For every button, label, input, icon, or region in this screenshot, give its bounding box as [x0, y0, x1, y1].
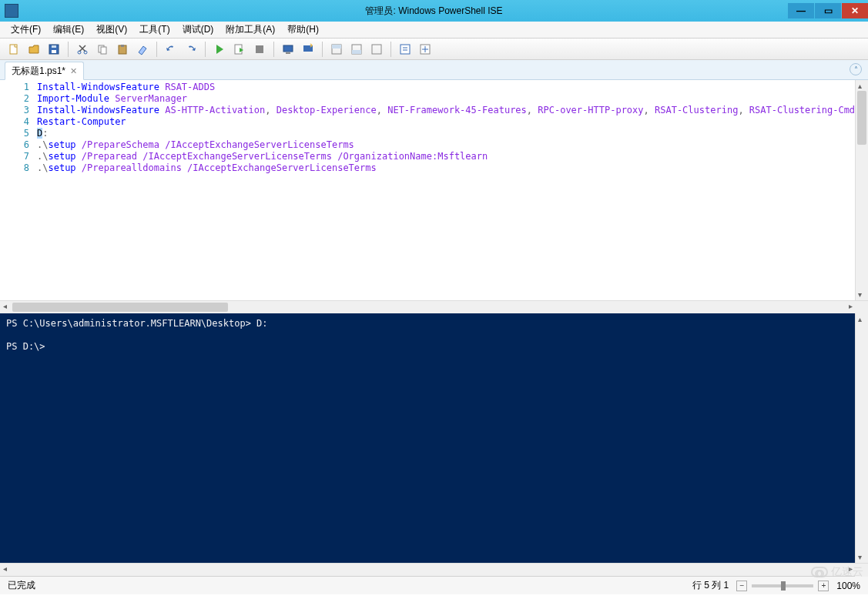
- new-remote-button[interactable]: [299, 41, 317, 58]
- window-title: 管理员: Windows PowerShell ISE: [365, 5, 502, 18]
- menu-addons[interactable]: 附加工具(A): [220, 22, 281, 38]
- run-selection-button[interactable]: [230, 41, 249, 58]
- tab-strip: 无标题1.ps1* ✕ ˄: [0, 60, 868, 80]
- console-output[interactable]: PS C:\Users\administrator.MSFTLEARN\Desk…: [0, 313, 855, 563]
- line-number-gutter: 12345678: [0, 80, 37, 300]
- paste-button[interactable]: [113, 41, 132, 58]
- copy-button[interactable]: [93, 41, 112, 58]
- toolbar: [0, 38, 868, 60]
- layout-2-button[interactable]: [347, 41, 366, 58]
- menu-debug[interactable]: 调试(D): [176, 22, 220, 38]
- zoom-in-button[interactable]: +: [818, 581, 829, 591]
- editor-vertical-scrollbar[interactable]: [855, 80, 868, 300]
- undo-button[interactable]: [162, 41, 180, 58]
- svg-rect-16: [332, 45, 341, 49]
- zoom-out-button[interactable]: −: [736, 581, 747, 591]
- menu-file[interactable]: 文件(F): [5, 22, 47, 38]
- status-text: 已完成: [8, 579, 35, 592]
- stop-button[interactable]: [250, 41, 269, 58]
- svg-rect-9: [121, 45, 124, 47]
- close-button[interactable]: ✕: [842, 3, 868, 18]
- svg-rect-18: [352, 50, 361, 54]
- svg-rect-3: [52, 45, 56, 48]
- svg-rect-7: [101, 47, 106, 54]
- console-pane: PS C:\Users\administrator.MSFTLEARN\Desk…: [0, 313, 868, 563]
- script-editor[interactable]: 12345678 Install-WindowsFeature RSAT-ADD…: [0, 80, 868, 300]
- save-button[interactable]: [45, 41, 63, 58]
- redo-button[interactable]: [182, 41, 200, 58]
- svg-rect-20: [400, 45, 410, 54]
- tab-label: 无标题1.ps1*: [12, 65, 65, 78]
- show-command-button[interactable]: [396, 41, 414, 58]
- svg-rect-12: [283, 45, 293, 52]
- minimize-button[interactable]: —: [788, 3, 814, 18]
- tab-close-icon[interactable]: ✕: [70, 66, 77, 76]
- title-bar: 管理员: Windows PowerShell ISE — ▭ ✕: [0, 0, 868, 22]
- menu-help[interactable]: 帮助(H): [281, 22, 325, 38]
- zoom-level: 100%: [836, 581, 860, 591]
- menu-edit[interactable]: 编辑(E): [47, 22, 90, 38]
- remote-button[interactable]: [279, 41, 297, 58]
- menu-tools[interactable]: 工具(T): [133, 22, 176, 38]
- window-buttons: — ▭ ✕: [788, 3, 868, 18]
- clear-button[interactable]: [133, 41, 152, 58]
- maximize-button[interactable]: ▭: [815, 3, 841, 18]
- new-button[interactable]: [5, 41, 23, 58]
- cursor-position: 行 5 列 1: [692, 579, 729, 592]
- menu-bar: 文件(F) 编辑(E) 视图(V) 工具(T) 调试(D) 附加工具(A) 帮助…: [0, 22, 868, 38]
- svg-rect-2: [52, 50, 56, 53]
- cut-button[interactable]: [73, 41, 92, 58]
- app-icon: [5, 4, 18, 18]
- layout-1-button[interactable]: [327, 41, 346, 58]
- layout-3-button[interactable]: [367, 41, 386, 58]
- editor-horizontal-scrollbar[interactable]: [0, 300, 868, 313]
- svg-rect-11: [256, 45, 263, 53]
- status-bar: 已完成 行 5 列 1 − + 100%: [0, 576, 868, 594]
- svg-rect-19: [372, 45, 381, 54]
- open-button[interactable]: [25, 41, 43, 58]
- zoom-slider[interactable]: [752, 584, 813, 587]
- script-tab[interactable]: 无标题1.ps1* ✕: [5, 62, 84, 80]
- code-area[interactable]: Install-WindowsFeature RSAT-ADDSImport-M…: [37, 80, 855, 300]
- console-horizontal-scrollbar[interactable]: [0, 563, 868, 576]
- collapse-script-pane-button[interactable]: ˄: [850, 63, 862, 75]
- console-vertical-scrollbar[interactable]: [855, 313, 868, 563]
- zoom-control: − +: [736, 581, 829, 591]
- command-addon-button[interactable]: [416, 41, 434, 58]
- run-button[interactable]: [210, 41, 229, 58]
- menu-view[interactable]: 视图(V): [90, 22, 133, 38]
- svg-rect-13: [286, 52, 290, 54]
- svg-rect-0: [10, 45, 17, 54]
